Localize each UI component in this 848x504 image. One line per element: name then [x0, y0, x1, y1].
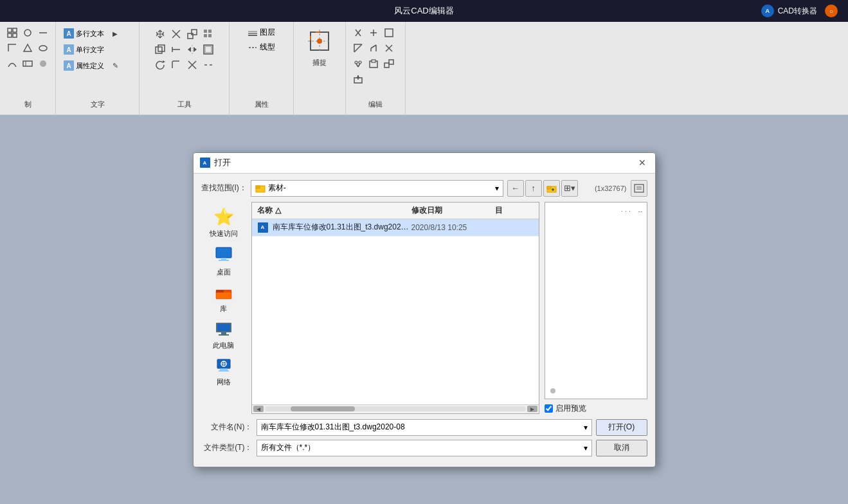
toolbar-attr-btn[interactable]: A 属性定义 — [61, 59, 107, 72]
svg-rect-23 — [204, 30, 207, 33]
toolbar-icon-7[interactable] — [5, 57, 19, 71]
file-header-type[interactable]: 目 — [495, 205, 534, 216]
tool-trim[interactable] — [169, 27, 183, 41]
user-icon[interactable]: ○ — [825, 4, 838, 17]
svg-rect-0 — [8, 28, 12, 32]
multiline-extra[interactable]: ▶ — [108, 26, 122, 40]
scroll-right-btn[interactable]: ▶ — [527, 406, 537, 412]
tool-scale[interactable] — [185, 27, 199, 41]
toolbar-singleline-btn[interactable]: A 单行文字 — [61, 43, 107, 56]
tool-explode[interactable] — [185, 58, 199, 72]
layer-btn[interactable]: 图层 — [245, 26, 278, 39]
toolbar-icon-4[interactable] — [5, 41, 19, 55]
snap-large-btn[interactable]: 捕捉 — [298, 24, 341, 70]
file-header-name[interactable]: 名称 △ — [257, 205, 411, 216]
toolbar-icon-6[interactable] — [36, 41, 50, 55]
edit-square[interactable] — [382, 26, 396, 40]
file-header-date[interactable]: 修改日期 — [411, 205, 495, 216]
edit-scissors[interactable] — [351, 57, 365, 71]
edit-cut[interactable] — [351, 26, 365, 40]
dialog-bottom: 文件名(N)： 南车库车位修改01.31出图_t3.dwg2020-08 ▾ 打… — [201, 419, 647, 456]
edit-copy2[interactable] — [366, 41, 381, 55]
dialog-close-btn[interactable]: ✕ — [636, 156, 649, 169]
file-row-1-icon: A — [257, 222, 269, 233]
cancel-btn[interactable]: 取消 — [596, 440, 647, 456]
svg-rect-18 — [188, 33, 193, 39]
toolbar-icon-5[interactable] — [21, 41, 35, 55]
sidebar-computer[interactable]: 此电脑 — [203, 319, 244, 353]
nav-views-btn[interactable]: ⊞▾ — [561, 180, 578, 197]
nav-new-folder-btn[interactable] — [543, 180, 560, 197]
filetype-label: 文件类型(T)： — [201, 442, 253, 453]
tool-array[interactable] — [201, 27, 215, 41]
file-row-1[interactable]: A 南车库车位修改01.31出图_t3.dwg2020-08-13_1... 2… — [252, 219, 539, 237]
toolbar-multiline-row: A 多行文本 ▶ — [61, 26, 134, 41]
toolbar-multiline-btn[interactable]: A 多行文本 — [61, 27, 107, 40]
attr-edit[interactable]: ✎ — [108, 59, 122, 73]
toolbar-icon-8[interactable] — [21, 57, 35, 71]
enable-preview-checkbox[interactable] — [545, 404, 553, 413]
toolbar-icon-1[interactable] — [5, 26, 19, 40]
file-list-body: A 南车库车位修改01.31出图_t3.dwg2020-08-13_1... 2… — [252, 219, 539, 404]
edit-paste[interactable] — [366, 57, 381, 71]
toolbar-icon-2[interactable] — [21, 26, 35, 40]
sidebar-desktop[interactable]: 桌面 — [203, 244, 244, 280]
svg-rect-2 — [8, 33, 12, 37]
tool-fillet[interactable] — [169, 58, 183, 72]
edit-delete[interactable] — [382, 41, 396, 55]
edit-block[interactable] — [382, 57, 396, 71]
sidebar-network[interactable]: 网络 — [203, 356, 244, 390]
quick-access-label: 快速访问 — [210, 229, 238, 239]
file-row-1-name: 南车库车位修改01.31出图_t3.dwg2020-08-13_1... — [273, 222, 411, 233]
file-list-header[interactable]: 名称 △ 修改日期 目 — [252, 203, 539, 219]
location-value: 素材- — [268, 183, 286, 194]
dwg-icon: A — [258, 222, 268, 233]
preview-icon-btn[interactable] — [631, 180, 647, 197]
tool-mirror[interactable] — [185, 42, 199, 57]
location-label: 查找范围(I)： — [201, 183, 247, 194]
sidebar-library[interactable]: 库 — [203, 282, 244, 316]
filetype-input[interactable]: 所有文件（*.*） ▾ — [257, 440, 592, 456]
tool-rotate[interactable] — [153, 58, 167, 72]
svg-line-54 — [356, 64, 358, 67]
open-file-dialog: A 打开 ✕ 查找范围(I)： 素材- ▾ — [193, 152, 656, 467]
tool-copy[interactable] — [153, 42, 167, 57]
cad-converter-btn[interactable]: A CAD转换器 — [761, 4, 817, 17]
scroll-left-btn[interactable]: ◀ — [253, 406, 264, 412]
edit-plus[interactable] — [366, 26, 381, 40]
filename-input[interactable]: 南车库车位修改01.31出图_t3.dwg2020-08 ▾ — [257, 419, 592, 436]
svg-rect-19 — [192, 30, 197, 35]
title-bar-right: A CAD转换器 ○ — [761, 4, 838, 17]
svg-point-10 — [40, 60, 46, 67]
nav-up-btn[interactable]: ↑ — [525, 180, 542, 197]
tool-offset[interactable] — [201, 42, 215, 57]
tool-move[interactable] — [153, 27, 167, 41]
h-scrollbar[interactable]: ◀ ▶ — [252, 404, 539, 413]
location-arrow: ▾ — [495, 184, 499, 193]
svg-point-4 — [24, 30, 31, 36]
svg-rect-8 — [23, 61, 32, 66]
toolbar-section-zhi: 制 — [0, 22, 56, 114]
location-dropdown[interactable]: 素材- ▾ — [251, 180, 503, 197]
sidebar-quick-access[interactable]: ⭐ 快速访问 — [203, 204, 244, 241]
toolbar-icon-3[interactable] — [36, 26, 50, 40]
svg-rect-57 — [372, 60, 375, 62]
network-icon — [215, 358, 233, 375]
toolbar-section-text: A 多行文本 ▶ A 单行文字 A 属性定义 ✎ 文字 — [56, 22, 140, 114]
open-btn[interactable]: 打开(O) — [596, 419, 647, 436]
linetype-btn[interactable]: 线型 — [245, 40, 278, 54]
tool-extend[interactable] — [169, 42, 183, 57]
toolbar-section-tools: 工具 — [140, 22, 230, 114]
toolbar-icon-9[interactable] — [36, 57, 50, 71]
svg-rect-82 — [221, 332, 226, 334]
tool-break[interactable] — [201, 58, 215, 72]
attr-label: 属性定义 — [76, 61, 104, 71]
filename-value: 南车库车位修改01.31出图_t3.dwg2020-08 — [261, 422, 405, 433]
nav-back-btn[interactable]: ← — [507, 180, 524, 197]
network-label: 网络 — [217, 377, 231, 387]
edit-angle[interactable] — [351, 41, 365, 55]
computer-icon — [215, 321, 233, 339]
edit-insert[interactable] — [351, 72, 365, 86]
svg-rect-1 — [13, 28, 17, 32]
file-list-area: 名称 △ 修改日期 目 — [251, 202, 539, 414]
